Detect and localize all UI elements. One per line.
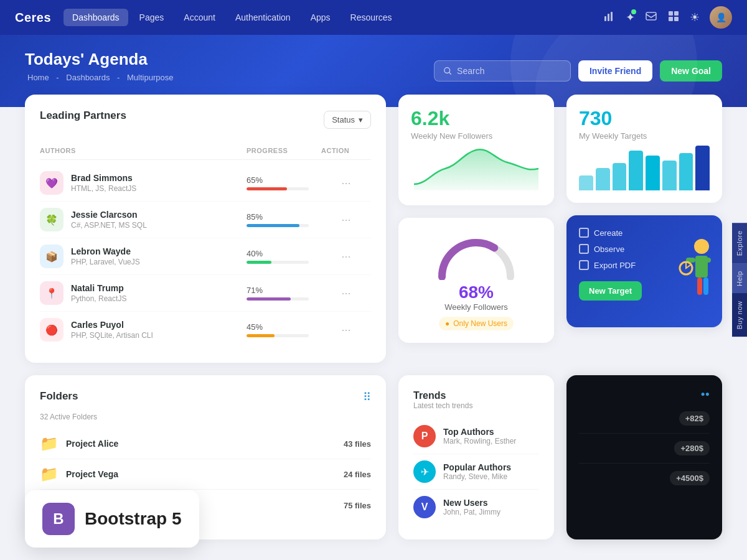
right-col: 730 My Weekly Targets Cereate	[566, 95, 722, 363]
gauge-label: Weekly Followers	[411, 302, 542, 312]
stat-value: +4500$	[670, 471, 710, 485]
stat-row: +280$	[579, 434, 710, 464]
search-box[interactable]	[434, 60, 571, 82]
user-avatar[interactable]: 👤	[710, 6, 732, 29]
invite-friend-button[interactable]: Invite Friend	[578, 60, 652, 82]
trends-title: Trends	[413, 390, 539, 401]
dark-stats-card: ●● +82$ +280$ +4500$	[566, 375, 722, 539]
table-header: AUTHORS PROGRESS ACTION	[40, 142, 371, 160]
side-tab-buy-now[interactable]: Buy now	[732, 294, 747, 337]
folder-icon: 📁	[40, 435, 59, 452]
leading-partners-card: Leading Partners Status ▾ AUTHORS PROGRE…	[25, 95, 386, 363]
bootstrap-icon: B	[42, 503, 75, 535]
page-title: Todays' Agenda	[25, 50, 722, 69]
gauge-card: 68% Weekly Followers ● Only New Users	[398, 218, 554, 343]
bar-chart	[579, 141, 710, 190]
nav-item-authentication[interactable]: Authentication	[227, 9, 299, 26]
nav-item-account[interactable]: Account	[175, 9, 224, 26]
illustration	[667, 215, 717, 327]
table-row: 📍 Natali Trump Python, ReactJS 71% ···	[40, 275, 371, 312]
bootstrap-overlay: B Bootstrap 5	[25, 490, 199, 548]
folders-title: Folders	[40, 390, 97, 403]
svg-rect-5	[674, 11, 679, 16]
table-row: 🍀 Jessie Clarcson C#, ASP.NET, MS SQL 85…	[40, 202, 371, 238]
svg-rect-13	[697, 278, 702, 295]
trends-card: Trends Latest tech trends P Top Authors …	[398, 375, 554, 539]
top-row: Leading Partners Status ▾ AUTHORS PROGRE…	[25, 95, 722, 363]
side-tab-explore[interactable]: Explore	[732, 223, 747, 263]
status-dropdown[interactable]: Status ▾	[324, 111, 371, 129]
leading-partners-title: Leading Partners	[40, 110, 126, 122]
list-item: 📁 Project Alice 43 files	[40, 429, 371, 459]
gauge-pct: 68%	[411, 282, 542, 302]
action-menu-button[interactable]: ···	[321, 287, 371, 300]
navbar: Ceres Dashboards Pages Account Authentic…	[0, 0, 747, 35]
side-tab-help[interactable]: Help	[732, 263, 747, 294]
svg-rect-1	[608, 14, 609, 21]
new-goal-button[interactable]: New Goal	[660, 60, 722, 82]
sun-icon[interactable]: ☀	[690, 11, 700, 24]
svg-rect-0	[604, 16, 606, 21]
folder-count: 43 files	[344, 439, 371, 449]
followers-count: 6.2k	[411, 107, 542, 130]
stat-value: +82$	[679, 411, 710, 426]
dots-icon: ●●	[701, 390, 710, 398]
table-row: 📦 Lebron Wayde PHP, Laravel, VueJS 40% ·…	[40, 238, 371, 275]
avatar: 📍	[40, 281, 63, 305]
gauge-note: ● Only New Users	[439, 317, 514, 330]
folder-icon: 📁	[40, 465, 59, 483]
stat-value: +280$	[674, 441, 710, 455]
action-menu-button[interactable]: ···	[321, 324, 371, 337]
action-menu-button[interactable]: ···	[321, 213, 371, 226]
message-icon[interactable]	[645, 10, 657, 26]
folder-count: 24 files	[344, 470, 371, 479]
nav-item-resources[interactable]: Resources	[342, 9, 401, 26]
targets-label: My Weekly Targets	[579, 131, 710, 141]
action-menu-button[interactable]: ···	[321, 177, 371, 190]
nav-items: Dashboards Pages Account Authentication …	[63, 9, 603, 26]
svg-rect-3	[646, 12, 656, 20]
followers-card: 6.2k Weekly New Followers	[398, 95, 554, 205]
trend-avatar: V	[413, 496, 436, 518]
nav-item-pages[interactable]: Pages	[131, 9, 173, 26]
targets-count: 730	[579, 107, 710, 130]
grid-icon[interactable]	[667, 10, 680, 26]
grid-dots-icon: ⠿	[363, 390, 371, 404]
svg-point-9	[694, 239, 709, 254]
list-item: P Top Authors Mark, Rowling, Esther	[413, 419, 539, 454]
list-item: V New Users John, Pat, Jimmy	[413, 490, 539, 525]
svg-rect-6	[669, 17, 673, 21]
breadcrumb: Home - Dashboards - Multipurpose	[25, 73, 722, 82]
bootstrap-text: Bootstrap 5	[85, 509, 182, 529]
new-target-button[interactable]: New Target	[579, 281, 642, 301]
svg-rect-14	[703, 278, 708, 295]
avatar: 🔴	[40, 318, 63, 342]
avatar: 📦	[40, 245, 63, 268]
trends-subtitle: Latest tech trends	[413, 401, 539, 410]
chart-icon[interactable]	[603, 10, 616, 26]
search-icon	[443, 66, 452, 76]
nav-item-apps[interactable]: Apps	[302, 9, 339, 26]
stat-row: +82$	[579, 404, 710, 434]
targets-card: 730 My Weekly Targets	[566, 95, 722, 203]
folder-count: 75 files	[344, 501, 371, 510]
sparkle-icon[interactable]: ✦	[626, 11, 635, 24]
followers-chart	[411, 141, 542, 190]
actions-card: Cereate Observe Export PDF New Target	[566, 215, 722, 327]
list-item: 📁 Project Vega 24 files	[40, 459, 371, 490]
side-tabs: Explore Help Buy now	[732, 223, 747, 337]
table-row: 💜 Brad Simmons HTML, JS, ReactJS 65% ···	[40, 165, 371, 202]
brand: Ceres	[15, 11, 51, 25]
avatar: 💜	[40, 171, 63, 195]
action-menu-button[interactable]: ···	[321, 250, 371, 263]
svg-rect-2	[611, 12, 613, 21]
gauge-chart	[433, 230, 520, 280]
nav-item-dashboards[interactable]: Dashboards	[63, 9, 128, 26]
list-item: ✈ Popular Authors Randy, Steve, Mike	[413, 454, 539, 490]
search-input[interactable]	[457, 66, 561, 76]
followers-label: Weekly New Followers	[411, 131, 542, 141]
svg-rect-4	[669, 11, 673, 16]
chevron-down-icon: ▾	[359, 115, 363, 124]
stat-row: +4500$	[579, 464, 710, 493]
folders-subtitle: 32 Active Folders	[40, 413, 97, 421]
